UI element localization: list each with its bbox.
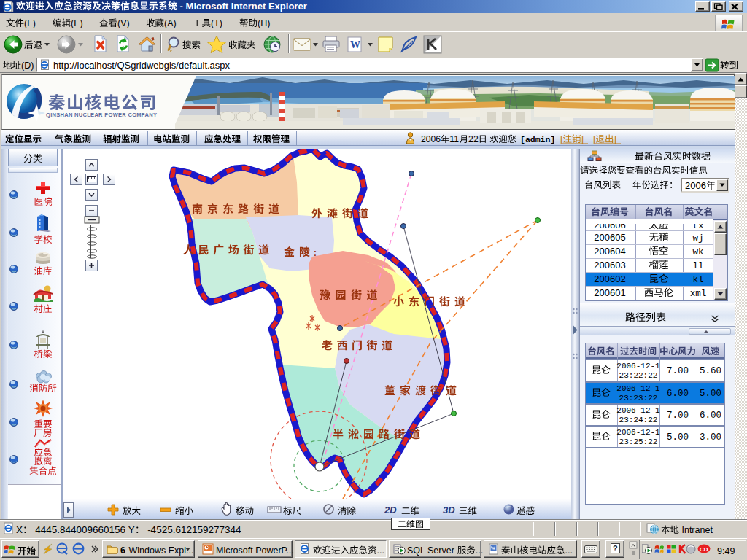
- svg-text:W: W: [350, 39, 360, 50]
- svg-text:?: ?: [613, 544, 618, 553]
- svg-text:CD: CD: [700, 546, 708, 553]
